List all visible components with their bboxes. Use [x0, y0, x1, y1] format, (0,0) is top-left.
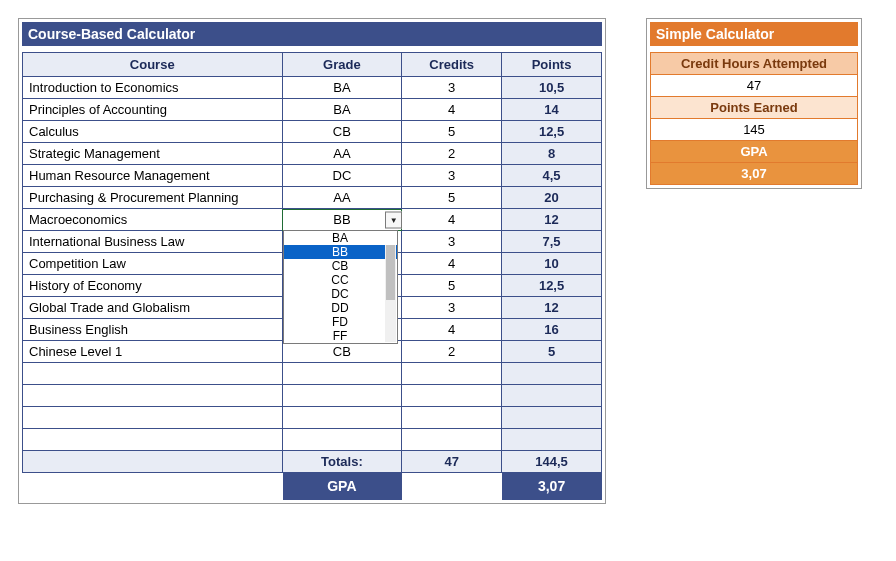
course-cell[interactable]: Human Resource Management: [23, 165, 283, 187]
points-cell: 4,5: [502, 165, 602, 187]
course-cell[interactable]: Competition Law: [23, 253, 283, 275]
dropdown-scrollbar-thumb[interactable]: [386, 245, 395, 300]
course-cell[interactable]: International Business Law: [23, 231, 283, 253]
grade-dropdown-option[interactable]: CB: [284, 259, 397, 273]
course-cell[interactable]: Strategic Management: [23, 143, 283, 165]
grade-cell[interactable]: [282, 407, 402, 429]
grade-value: AA: [333, 190, 350, 205]
course-cell[interactable]: History of Economy: [23, 275, 283, 297]
grade-cell[interactable]: [282, 429, 402, 451]
grade-cell[interactable]: [282, 385, 402, 407]
grade-dropdown-option[interactable]: FF: [284, 329, 397, 343]
table-row: Strategic ManagementAA28: [23, 143, 602, 165]
grade-dropdown-option[interactable]: DC: [284, 287, 397, 301]
gpa-row: GPA 3,07: [23, 473, 602, 500]
table-row: [23, 429, 602, 451]
grade-value: DC: [333, 168, 352, 183]
grade-cell[interactable]: BA: [282, 99, 402, 121]
credits-cell[interactable]: 2: [402, 143, 502, 165]
course-calculator-title: Course-Based Calculator: [22, 22, 602, 46]
course-cell[interactable]: Global Trade and Globalism: [23, 297, 283, 319]
credits-cell[interactable]: 5: [402, 275, 502, 297]
course-cell[interactable]: [23, 429, 283, 451]
points-cell: 10,5: [502, 77, 602, 99]
credits-cell[interactable]: [402, 407, 502, 429]
credit-hours-value[interactable]: 47: [651, 75, 857, 97]
grade-cell[interactable]: CB: [282, 121, 402, 143]
table-row: Purchasing & Procurement PlanningAA520: [23, 187, 602, 209]
table-row: CalculusCB512,5: [23, 121, 602, 143]
points-cell: 7,5: [502, 231, 602, 253]
grade-cell[interactable]: BA: [282, 77, 402, 99]
grade-dropdown-list[interactable]: BABBCBCCDCDDFDFF: [283, 230, 398, 344]
table-row: MacroeconomicsBB▼BABBCBCCDCDDFDFF412: [23, 209, 602, 231]
points-earned-value[interactable]: 145: [651, 119, 857, 141]
credits-cell[interactable]: 5: [402, 121, 502, 143]
course-cell[interactable]: Introduction to Economics: [23, 77, 283, 99]
course-cell[interactable]: [23, 363, 283, 385]
header-credits: Credits: [402, 53, 502, 77]
points-cell: [502, 363, 602, 385]
grade-cell[interactable]: [282, 363, 402, 385]
grade-cell[interactable]: DC: [282, 165, 402, 187]
grade-value: BA: [333, 102, 350, 117]
grade-dropdown-option[interactable]: BB: [284, 245, 397, 259]
header-points: Points: [502, 53, 602, 77]
points-cell: [502, 407, 602, 429]
course-calculator-card: Course-Based Calculator Course Grade Cre…: [18, 18, 606, 504]
course-cell[interactable]: Principles of Accounting: [23, 99, 283, 121]
grade-dropdown-button[interactable]: ▼: [385, 211, 402, 228]
points-cell: [502, 385, 602, 407]
course-cell[interactable]: Macroeconomics: [23, 209, 283, 231]
credits-cell[interactable]: 3: [402, 165, 502, 187]
table-row: [23, 363, 602, 385]
points-cell: [502, 429, 602, 451]
grade-value: CB: [333, 124, 351, 139]
dropdown-scrollbar[interactable]: [385, 245, 396, 342]
grade-cell[interactable]: AA: [282, 187, 402, 209]
course-cell[interactable]: Chinese Level 1: [23, 341, 283, 363]
course-table: Course Grade Credits Points Introduction…: [22, 52, 602, 500]
grade-dropdown-option[interactable]: DD: [284, 301, 397, 315]
credit-hours-label: Credit Hours Attempted: [651, 53, 857, 75]
credits-cell[interactable]: 3: [402, 231, 502, 253]
course-cell[interactable]: Purchasing & Procurement Planning: [23, 187, 283, 209]
totals-points: 144,5: [502, 451, 602, 473]
table-row: Principles of AccountingBA414: [23, 99, 602, 121]
grade-dropdown-option[interactable]: CC: [284, 273, 397, 287]
points-cell: 8: [502, 143, 602, 165]
credits-cell[interactable]: 5: [402, 187, 502, 209]
table-row: Introduction to EconomicsBA310,5: [23, 77, 602, 99]
grade-value: AA: [333, 146, 350, 161]
credits-cell[interactable]: [402, 363, 502, 385]
credits-cell[interactable]: 4: [402, 99, 502, 121]
grade-value: BA: [333, 80, 350, 95]
credits-cell[interactable]: 2: [402, 341, 502, 363]
course-cell[interactable]: Calculus: [23, 121, 283, 143]
credits-cell[interactable]: 3: [402, 297, 502, 319]
simple-gpa-label: GPA: [651, 141, 857, 163]
grade-cell[interactable]: AA: [282, 143, 402, 165]
grade-cell[interactable]: BB▼BABBCBCCDCDDFDFF: [282, 209, 402, 231]
totals-row: Totals: 47 144,5: [23, 451, 602, 473]
simple-gpa-value: 3,07: [651, 163, 857, 184]
points-cell: 12: [502, 297, 602, 319]
simple-calculator-card: Simple Calculator Credit Hours Attempted…: [646, 18, 862, 189]
points-cell: 16: [502, 319, 602, 341]
points-cell: 12: [502, 209, 602, 231]
points-cell: 10: [502, 253, 602, 275]
credits-cell[interactable]: 4: [402, 319, 502, 341]
credits-cell[interactable]: 3: [402, 77, 502, 99]
credits-cell[interactable]: 4: [402, 209, 502, 231]
course-cell[interactable]: Business English: [23, 319, 283, 341]
course-cell[interactable]: [23, 385, 283, 407]
header-grade: Grade: [282, 53, 402, 77]
credits-cell[interactable]: 4: [402, 253, 502, 275]
grade-dropdown-option[interactable]: FD: [284, 315, 397, 329]
totals-label: Totals:: [282, 451, 402, 473]
credits-cell[interactable]: [402, 385, 502, 407]
course-cell[interactable]: [23, 407, 283, 429]
grade-dropdown-option[interactable]: BA: [284, 231, 397, 245]
table-header-row: Course Grade Credits Points: [23, 53, 602, 77]
credits-cell[interactable]: [402, 429, 502, 451]
